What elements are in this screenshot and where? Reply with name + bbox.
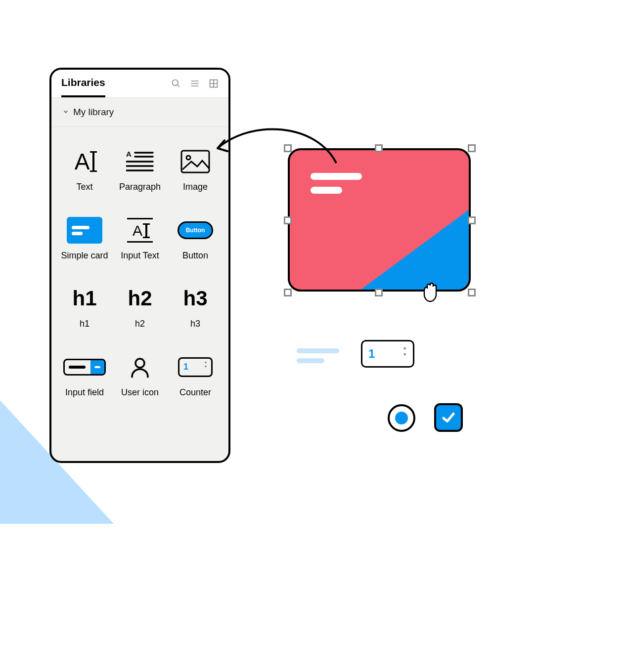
chevron-down-icon[interactable]: ˅ xyxy=(403,354,407,360)
check-icon xyxy=(441,410,456,425)
selection-handle[interactable] xyxy=(468,289,476,296)
image-icon xyxy=(180,147,210,176)
input-field-icon xyxy=(63,352,106,382)
search-icon[interactable] xyxy=(171,79,181,88)
counter-tile-arrows: ˄ ˅ xyxy=(204,363,207,370)
section-label: My library xyxy=(73,107,114,118)
h3-icon: h3 xyxy=(183,284,207,313)
library-item-label: Button xyxy=(182,250,208,261)
panel-header: Libraries xyxy=(51,70,228,98)
simple-card-icon xyxy=(67,215,102,245)
library-item-button[interactable]: Button Button xyxy=(170,215,221,261)
svg-point-0 xyxy=(173,80,179,86)
library-item-counter[interactable]: 1 ˄ ˅ Counter xyxy=(170,352,221,398)
libraries-panel: Libraries My library A Text xyxy=(49,68,230,463)
library-item-label: Image xyxy=(183,181,208,193)
library-item-label: Simple card xyxy=(61,250,108,261)
library-item-label: Paragraph xyxy=(119,181,161,193)
card-text-line xyxy=(311,173,362,180)
svg-line-1 xyxy=(178,85,179,87)
card-triangle-accent xyxy=(358,208,471,292)
grid-view-icon[interactable] xyxy=(209,79,219,88)
library-item-image[interactable]: Image xyxy=(170,147,221,193)
selection-handle[interactable] xyxy=(284,289,292,296)
selection-handle[interactable] xyxy=(284,144,292,152)
library-item-label: Counter xyxy=(179,387,211,398)
counter-icon: 1 ˄ ˅ xyxy=(178,352,213,382)
canvas-area[interactable] xyxy=(277,128,504,316)
selection-handle[interactable] xyxy=(284,216,292,224)
tab-libraries[interactable]: Libraries xyxy=(61,77,105,97)
library-item-label: User icon xyxy=(121,387,159,398)
library-item-label: h1 xyxy=(80,318,89,330)
chevron-down-icon: ˅ xyxy=(204,367,207,371)
user-icon xyxy=(130,352,150,382)
library-item-label: Input field xyxy=(65,387,104,398)
library-item-label: Input Text xyxy=(121,250,159,261)
library-item-h2[interactable]: h2 h2 xyxy=(115,284,165,330)
svg-point-16 xyxy=(135,359,144,368)
canvas-radio[interactable] xyxy=(388,404,415,432)
library-item-label: Text xyxy=(76,181,92,193)
counter-value: 1 xyxy=(368,347,375,361)
text-icon: A xyxy=(75,147,95,176)
counter-tile-value: 1 xyxy=(183,362,188,372)
selection-handle[interactable] xyxy=(468,144,476,152)
grab-cursor-icon xyxy=(420,281,440,302)
svg-point-15 xyxy=(186,156,190,160)
radio-dot xyxy=(395,412,408,424)
library-item-label: h3 xyxy=(190,318,200,330)
canvas-card[interactable] xyxy=(288,148,471,292)
chevron-down-icon xyxy=(62,107,69,118)
selection-handle[interactable] xyxy=(375,289,383,296)
button-icon: Button xyxy=(178,215,214,245)
card-text-line xyxy=(311,187,342,194)
h2-icon: h2 xyxy=(128,284,152,313)
selection-handle[interactable] xyxy=(468,216,476,224)
library-item-paragraph[interactable]: A Paragraph xyxy=(115,147,165,193)
panel-header-icons xyxy=(171,79,219,95)
section-my-library[interactable]: My library xyxy=(51,98,228,127)
library-item-input-text[interactable]: A Input Text xyxy=(115,215,165,261)
library-item-user-icon[interactable]: User icon xyxy=(115,352,165,398)
library-grid: A Text A Paragraph xyxy=(51,127,228,418)
library-item-h1[interactable]: h1 h1 xyxy=(59,284,110,330)
paragraph-icon: A xyxy=(126,147,154,176)
h1-icon: h1 xyxy=(72,284,96,313)
library-item-text[interactable]: A Text xyxy=(59,147,110,193)
button-pill-text: Button xyxy=(178,221,214,239)
input-text-icon: A xyxy=(127,215,153,245)
selection-handle[interactable] xyxy=(375,144,383,152)
library-item-input-field[interactable]: Input field xyxy=(59,352,110,398)
list-view-icon[interactable] xyxy=(190,79,200,88)
library-item-h3[interactable]: h3 h3 xyxy=(170,284,221,330)
placeholder-text-lines xyxy=(297,348,339,363)
library-item-label: h2 xyxy=(135,318,145,330)
library-item-simple-card[interactable]: Simple card xyxy=(59,215,110,261)
svg-text:A: A xyxy=(126,151,132,158)
canvas-counter[interactable]: 1 ˄ ˅ xyxy=(361,340,414,368)
svg-rect-14 xyxy=(181,151,209,172)
canvas-checkbox[interactable] xyxy=(434,403,463,432)
